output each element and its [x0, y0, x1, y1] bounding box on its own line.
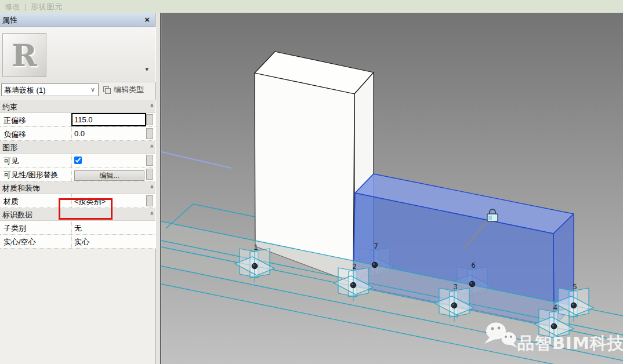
visible-checkbox[interactable] [74, 156, 82, 164]
value-spinner-button[interactable] [146, 128, 153, 139]
type-preview-area: R ▾ [0, 27, 155, 82]
property-row-vg-overrides: 可见性/图形替换 编辑... [0, 168, 155, 181]
section-header-materials[interactable]: 材质和装饰 » [0, 181, 155, 194]
section-header-identity[interactable]: 标识数据 » [0, 208, 155, 221]
section-header-constraints[interactable]: 约束 » [0, 100, 155, 113]
property-row-visible: 可见 [0, 154, 155, 168]
3d-scene[interactable]: 1234567 品智BIM科技 [161, 13, 623, 364]
value-spinner-button[interactable] [146, 155, 153, 166]
context-separator: | [24, 2, 27, 11]
section-label: 约束 [2, 103, 17, 111]
property-label: 实心/空心 [0, 235, 71, 248]
reference-point-number: 7 [374, 242, 378, 250]
collapse-icon[interactable]: » [148, 104, 154, 107]
property-row-material: 材质 <按类别> [0, 194, 155, 208]
3d-viewport[interactable]: 1234567 品智BIM科技 [161, 13, 623, 364]
property-row-solid-void: 实心/空心 实心 [0, 235, 155, 249]
preview-expand-arrow-icon[interactable]: ▾ [145, 65, 148, 73]
reference-point-number: 3 [453, 283, 458, 291]
reference-point-number: 4 [553, 304, 557, 312]
value-spinner-button[interactable] [146, 169, 153, 180]
solid-void-value-field[interactable]: 实心 [71, 235, 146, 248]
property-label: 可见性/图形替换 [0, 168, 71, 181]
edit-type-button[interactable]: 编辑类型 [103, 83, 154, 96]
material-browse-button[interactable] [146, 195, 153, 206]
revit-logo: R [12, 38, 37, 73]
panel-title: 属性 [2, 16, 17, 24]
value-spinner-button[interactable] [146, 114, 153, 125]
watermark-text: 品智BIM科技 [517, 333, 623, 353]
context-label: 形状图元 [30, 2, 63, 11]
property-label: 材质 [0, 194, 71, 208]
edit-type-label: 编辑类型 [114, 85, 144, 95]
properties-panel-header[interactable]: 属性 × [0, 13, 155, 27]
properties-panel: 属性 × R ▾ 幕墙嵌板 (1) ∨ 编辑类型 约束 » 正偏移 115.0 … [0, 13, 155, 364]
pos-offset-value-field[interactable]: 115.0 [71, 113, 146, 126]
reference-point-number: 5 [573, 283, 577, 291]
property-label: 子类别 [0, 221, 71, 234]
collapse-icon[interactable]: » [148, 185, 154, 188]
vg-overrides-value-cell: 编辑... [71, 168, 146, 181]
section-label: 标识数据 [2, 210, 32, 219]
type-selector-dropdown[interactable]: 幕墙嵌板 (1) ∨ [1, 83, 99, 96]
panel-canvas-divider[interactable] [156, 13, 161, 364]
context-bar-text: 修改|形状图元 [5, 2, 63, 12]
property-row-neg-offset: 负偏移 0.0 [0, 127, 155, 141]
reference-point-number: 1 [253, 243, 258, 252]
collapse-icon[interactable]: » [148, 212, 154, 215]
chevron-down-icon[interactable]: ∨ [90, 86, 95, 93]
property-row-subcategory: 子类别 无 [0, 221, 155, 235]
reference-point-number: 2 [352, 263, 357, 271]
mode-label: 修改 [5, 2, 21, 11]
property-label: 负偏移 [0, 127, 71, 140]
property-grid: 约束 » 正偏移 115.0 负偏移 0.0 图形 » 可见 可见性/图形替换 [0, 100, 155, 249]
section-label: 图形 [2, 143, 17, 152]
property-label: 正偏移 [0, 113, 71, 126]
reference-point-number: 6 [471, 261, 476, 270]
collapse-icon[interactable]: » [148, 144, 154, 148]
neg-offset-value-field[interactable]: 0.0 [71, 127, 146, 140]
material-value-field[interactable]: <按类别> [71, 194, 146, 208]
property-row-pos-offset: 正偏移 115.0 [0, 113, 155, 127]
section-label: 材质和装饰 [2, 184, 40, 192]
family-type-thumbnail: R [2, 33, 46, 77]
edit-overrides-button[interactable]: 编辑... [74, 170, 144, 181]
close-icon[interactable]: × [144, 14, 150, 24]
section-header-graphics[interactable]: 图形 » [0, 141, 155, 154]
edit-type-icon [103, 86, 111, 94]
type-selector-value: 幕墙嵌板 (1) [4, 86, 46, 94]
ribbon-context-bar: 修改|形状图元 [0, 0, 623, 13]
visible-value-cell [71, 154, 146, 167]
property-label: 可见 [0, 154, 71, 167]
subcategory-value-field[interactable]: 无 [71, 221, 146, 234]
type-selector-bar: 幕墙嵌板 (1) ∨ 编辑类型 [0, 82, 155, 98]
